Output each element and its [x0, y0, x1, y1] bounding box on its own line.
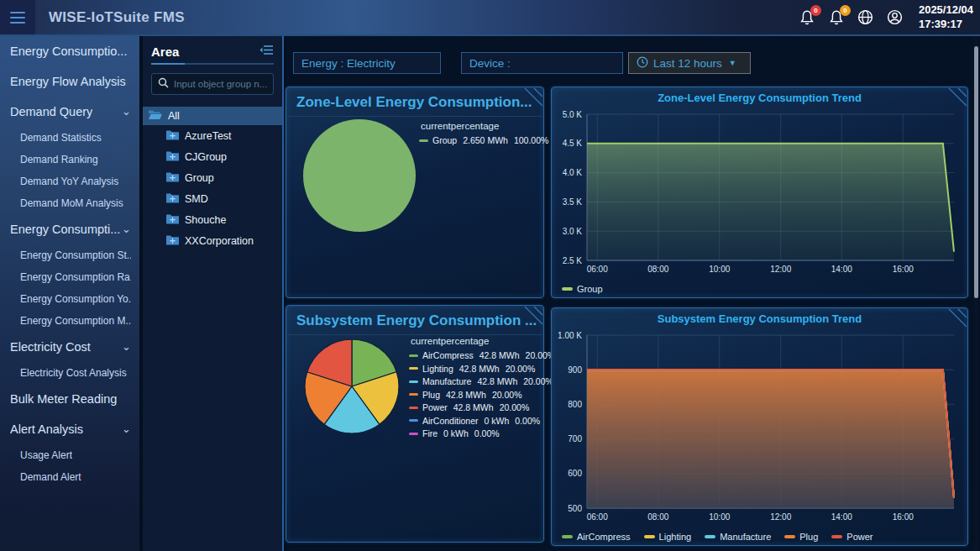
trend-legend: Group — [562, 284, 603, 294]
area-panel-title: Area — [151, 45, 179, 59]
legend-marker — [562, 535, 573, 538]
tree-node-cjgroup[interactable]: CJGroup — [143, 146, 282, 167]
trend-legend: AirCompressLightingManufacturePlugPower — [562, 532, 873, 542]
svg-text:14:00: 14:00 — [831, 512, 852, 522]
trend-legend-item[interactable]: Plug — [784, 532, 818, 542]
sidebar-item-bulk-meter-reading[interactable]: Bulk Meter Reading — [0, 384, 139, 414]
sidebar-item-energy-consumption-statistics[interactable]: Energy Consumption St... — [0, 244, 139, 266]
pie-legend-item[interactable]: Lighting42.8 MWh20.00% — [409, 364, 555, 374]
folder-plus-icon — [166, 129, 179, 143]
panel-title: Subsystem Energy Consumption ... — [286, 306, 543, 334]
svg-text:600: 600 — [568, 469, 582, 478]
svg-text:4.5 K: 4.5 K — [563, 139, 583, 148]
tree-node-shouche[interactable]: Shouche — [143, 209, 282, 230]
legend-marker — [562, 287, 573, 291]
legend-marker — [419, 139, 428, 142]
collapse-panel-icon[interactable] — [259, 44, 274, 59]
vertical-scrollbar[interactable] — [974, 36, 978, 551]
topbar: WISE-IoTSuite FMS 0 0 2025/12/04 17:39:1… — [0, 0, 980, 36]
legend-marker — [644, 535, 655, 538]
subsystem-pie-chart[interactable] — [298, 333, 406, 440]
sidebar-item-demand-statistics[interactable]: Demand Statistics — [0, 127, 139, 149]
scrollbar-thumb[interactable] — [974, 46, 978, 298]
sidebar-item-usage-alert[interactable]: Usage Alert — [0, 444, 139, 466]
svg-text:08:00: 08:00 — [647, 265, 668, 274]
zone-pie-chart[interactable] — [296, 113, 422, 239]
sidebar-item-demand-ranking[interactable]: Demand Ranking — [0, 149, 139, 171]
pie-legend-item[interactable]: Manufacture42.8 MWh20.00% — [409, 376, 555, 386]
sidebar-item-energy-consumption-yoy[interactable]: Energy Consumption Yo... — [0, 288, 139, 310]
app-root: WISE-IoTSuite FMS 0 0 2025/12/04 17:39:1… — [0, 0, 980, 551]
energy-filter[interactable]: Energy : Electricity — [293, 52, 441, 74]
legend-header: currentpercentage — [419, 121, 548, 131]
folder-plus-icon — [166, 213, 179, 227]
trend-legend-item[interactable]: AirCompress — [562, 532, 631, 542]
alert-bell-icon[interactable]: 0 — [798, 8, 816, 27]
svg-text:3.0 K: 3.0 K — [563, 227, 583, 236]
datetime-display: 2025/12/04 17:39:17 — [919, 3, 973, 32]
folder-plus-icon — [166, 171, 179, 185]
menu-toggle-button[interactable] — [0, 0, 35, 34]
tree-node-group[interactable]: Group — [143, 167, 282, 188]
legend-marker — [831, 535, 842, 538]
pie-legend-item[interactable]: AirConditioner0 kWh0.00% — [409, 416, 555, 426]
folder-plus-icon — [166, 150, 179, 164]
svg-text:10:00: 10:00 — [709, 512, 730, 522]
trend-legend-item[interactable]: Lighting — [644, 532, 692, 542]
sidebar-item-energy-flow-analysis[interactable]: Energy Flow Analysis — [0, 66, 139, 97]
time-range-dropdown[interactable]: Last 12 hours ▼ — [628, 52, 751, 74]
tree-node-azuretest[interactable]: AzureTest — [143, 125, 282, 146]
svg-text:08:00: 08:00 — [647, 512, 668, 522]
sidebar-item-demand-query[interactable]: Demand Query⌄ — [0, 97, 139, 127]
zone-trend-chart[interactable]: 06:0008:0010:0012:0014:0016:002.5 K3.0 K… — [557, 108, 962, 279]
sidebar-item-energy-consumption[interactable]: Energy Consumptio... — [0, 36, 139, 66]
trend-legend-item[interactable]: Manufacture — [705, 532, 771, 542]
pie-legend-item[interactable]: AirCompress42.8 MWh20.00% — [409, 350, 555, 360]
pie-legend-item[interactable]: Group2.650 MWh100.00% — [419, 135, 548, 145]
sidebar-item-demand-yoy-analysis[interactable]: Demand YoY Analysis — [0, 171, 139, 192]
globe-icon[interactable] — [857, 8, 875, 27]
trend-legend-item[interactable]: Power — [831, 532, 873, 542]
topbar-actions: 0 0 2025/12/04 17:39:17 — [798, 0, 973, 34]
pie-legend-item[interactable]: Fire0 kWh0.00% — [409, 428, 555, 438]
subsystem-trend-panel: Subsystem Energy Consumption Trend 06:00… — [551, 307, 968, 546]
subsystem-trend-chart[interactable]: 06:0008:0010:0012:0014:0016:005006007008… — [557, 328, 962, 527]
subsystem-pie-panel: Subsystem Energy Consumption ... current… — [286, 305, 544, 543]
folder-plus-icon — [166, 192, 179, 206]
legend-marker — [705, 535, 715, 538]
sidebar-item-energy-consumption-ranking[interactable]: Energy Consumption Ra... — [0, 266, 139, 288]
search-input[interactable] — [174, 79, 267, 89]
sidebar-item-energy-consumption-mom[interactable]: Energy Consumption M... — [0, 310, 139, 332]
notice-badge: 0 — [840, 5, 851, 16]
sidebar-item-electricity-cost-analysis[interactable]: Electricity Cost Analysis — [0, 362, 139, 384]
sidebar-item-demand-mom-analysis[interactable]: Demand MoM Analysis — [0, 192, 139, 214]
svg-text:06:00: 06:00 — [587, 265, 608, 274]
pie-legend: currentpercentage AirCompress42.8 MWh20.… — [409, 336, 555, 442]
object-group-search[interactable] — [151, 73, 274, 95]
svg-text:1.00 K: 1.00 K — [558, 331, 582, 340]
account-icon[interactable] — [886, 8, 904, 27]
svg-text:900: 900 — [568, 365, 582, 375]
chevron-down-icon: ⌄ — [122, 343, 131, 351]
chevron-down-icon: ⌄ — [122, 425, 131, 433]
sidebar-item-energy-consumption-group[interactable]: Energy Consumpti...⌄ — [0, 214, 139, 244]
search-icon — [158, 76, 169, 92]
pie-legend-item[interactable]: Plug42.8 MWh20.00% — [409, 390, 555, 400]
tree-node-smd[interactable]: SMD — [143, 188, 282, 209]
folder-plus-icon — [166, 234, 179, 248]
pie-legend-item[interactable]: Power42.8 MWh20.00% — [409, 402, 555, 412]
svg-text:2.5 K: 2.5 K — [563, 256, 583, 265]
sidebar-item-electricity-cost[interactable]: Electricity Cost⌄ — [0, 332, 139, 362]
tree-node-all[interactable]: All — [143, 107, 282, 125]
trend-legend-item[interactable]: Group — [562, 284, 603, 294]
sidebar-item-alert-analysis[interactable]: Alert Analysis⌄ — [0, 414, 139, 444]
device-filter[interactable]: Device : — [461, 52, 623, 74]
time-text: 17:39:17 — [919, 18, 973, 32]
chevron-down-icon: ⌄ — [122, 225, 131, 234]
svg-text:800: 800 — [568, 400, 582, 409]
tree-node-xxcorporation[interactable]: XXCorporation — [143, 230, 282, 251]
svg-text:14:00: 14:00 — [831, 265, 852, 274]
open-folder-icon — [149, 109, 162, 123]
notification-bell-icon[interactable]: 0 — [827, 8, 846, 27]
sidebar-item-demand-alert[interactable]: Demand Alert — [0, 466, 139, 488]
